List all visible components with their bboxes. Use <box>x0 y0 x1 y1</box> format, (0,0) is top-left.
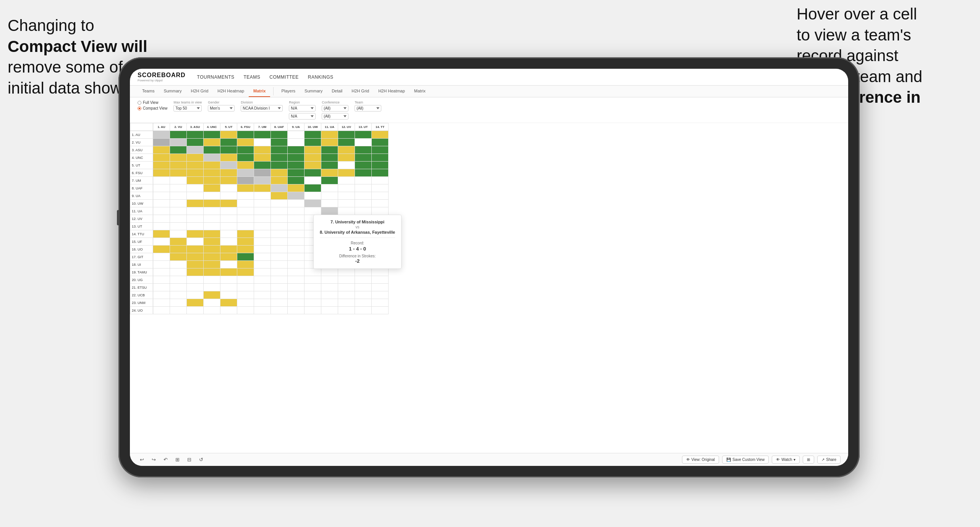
matrix-cell[interactable] <box>187 291 204 299</box>
matrix-cell[interactable] <box>204 192 220 200</box>
matrix-cell[interactable] <box>321 307 338 314</box>
rotate-btn[interactable]: ↶ <box>161 456 170 464</box>
matrix-cell[interactable] <box>288 291 305 299</box>
matrix-cell[interactable] <box>170 162 187 169</box>
matrix-cell[interactable] <box>271 253 288 261</box>
matrix-cell[interactable] <box>170 146 187 154</box>
matrix-cell[interactable] <box>187 131 204 139</box>
matrix-cell[interactable] <box>305 192 321 200</box>
matrix-cell[interactable] <box>237 192 254 200</box>
matrix-cell[interactable] <box>338 291 355 299</box>
matrix-cell[interactable] <box>204 177 220 184</box>
matrix-cell[interactable] <box>355 131 372 139</box>
watch-btn[interactable]: 👁 Watch ▾ <box>772 456 800 464</box>
matrix-cell[interactable] <box>254 184 271 192</box>
matrix-cell[interactable] <box>321 139 338 146</box>
matrix-cell[interactable] <box>271 192 288 200</box>
matrix-cell[interactable] <box>254 139 271 146</box>
matrix-cell[interactable] <box>220 162 237 169</box>
matrix-cell[interactable] <box>204 223 220 230</box>
matrix-cell[interactable] <box>271 184 288 192</box>
matrix-cell[interactable] <box>204 284 220 291</box>
matrix-cell[interactable] <box>187 169 204 177</box>
matrix-scroll[interactable]: 1. AU2. VU3. ASU4. UNC5. UT6. FSU7. UM8.… <box>130 123 848 453</box>
matrix-cell[interactable] <box>237 253 254 261</box>
matrix-cell[interactable] <box>254 238 271 246</box>
matrix-cell[interactable] <box>187 299 204 307</box>
matrix-cell[interactable] <box>271 276 288 284</box>
matrix-cell[interactable] <box>372 177 389 184</box>
matrix-cell[interactable] <box>187 253 204 261</box>
matrix-cell[interactable] <box>321 207 338 215</box>
matrix-cell[interactable] <box>305 154 321 162</box>
matrix-cell[interactable] <box>305 139 321 146</box>
matrix-cell[interactable] <box>187 261 204 268</box>
matrix-cell[interactable] <box>220 207 237 215</box>
matrix-cell[interactable] <box>321 154 338 162</box>
matrix-cell[interactable] <box>254 215 271 223</box>
matrix-cell[interactable] <box>220 268 237 276</box>
matrix-cell[interactable] <box>204 215 220 223</box>
compact-view-radio[interactable]: Compact View <box>138 106 167 110</box>
matrix-cell[interactable] <box>204 230 220 238</box>
matrix-cell[interactable] <box>305 162 321 169</box>
matrix-cell[interactable] <box>220 169 237 177</box>
matrix-cell[interactable] <box>187 146 204 154</box>
matrix-cell[interactable] <box>187 276 204 284</box>
matrix-cell[interactable] <box>288 246 305 253</box>
matrix-cell[interactable] <box>187 139 204 146</box>
matrix-cell[interactable] <box>187 230 204 238</box>
matrix-cell[interactable] <box>204 207 220 215</box>
matrix-cell[interactable] <box>220 184 237 192</box>
matrix-cell[interactable] <box>237 139 254 146</box>
matrix-cell[interactable] <box>338 268 355 276</box>
matrix-cell[interactable] <box>355 284 372 291</box>
matrix-cell[interactable] <box>187 154 204 162</box>
full-view-radio[interactable]: Full View <box>138 100 167 105</box>
matrix-cell[interactable] <box>338 192 355 200</box>
matrix-cell[interactable] <box>204 299 220 307</box>
matrix-cell[interactable] <box>220 284 237 291</box>
matrix-cell[interactable] <box>237 246 254 253</box>
matrix-cell[interactable] <box>170 261 187 268</box>
matrix-cell[interactable] <box>372 162 389 169</box>
matrix-cell[interactable] <box>321 146 338 154</box>
matrix-cell[interactable] <box>237 268 254 276</box>
matrix-cell[interactable] <box>372 307 389 314</box>
matrix-cell[interactable] <box>305 146 321 154</box>
matrix-cell[interactable] <box>220 177 237 184</box>
matrix-cell[interactable] <box>153 146 170 154</box>
matrix-cell[interactable] <box>254 261 271 268</box>
grid-btn[interactable]: ⊞ <box>173 456 182 464</box>
matrix-cell[interactable] <box>271 307 288 314</box>
matrix-cell[interactable] <box>170 253 187 261</box>
matrix-cell[interactable] <box>288 184 305 192</box>
matrix-cell[interactable] <box>153 276 170 284</box>
matrix-cell[interactable] <box>187 246 204 253</box>
matrix-cell[interactable] <box>237 154 254 162</box>
matrix-cell[interactable] <box>237 215 254 223</box>
matrix-cell[interactable] <box>254 154 271 162</box>
matrix-cell[interactable] <box>220 131 237 139</box>
matrix-cell[interactable] <box>372 192 389 200</box>
matrix-cell[interactable] <box>288 268 305 276</box>
matrix-cell[interactable] <box>372 284 389 291</box>
matrix-cell[interactable] <box>271 268 288 276</box>
matrix-cell[interactable] <box>170 154 187 162</box>
matrix-cell[interactable] <box>187 184 204 192</box>
matrix-cell[interactable] <box>187 215 204 223</box>
matrix-cell[interactable] <box>271 131 288 139</box>
matrix-cell[interactable] <box>153 162 170 169</box>
matrix-cell[interactable] <box>254 291 271 299</box>
matrix-cell[interactable] <box>254 177 271 184</box>
matrix-cell[interactable] <box>271 162 288 169</box>
matrix-cell[interactable] <box>204 253 220 261</box>
matrix-cell[interactable] <box>204 276 220 284</box>
matrix-cell[interactable] <box>153 200 170 207</box>
matrix-cell[interactable] <box>254 284 271 291</box>
matrix-cell[interactable] <box>305 207 321 215</box>
matrix-cell[interactable] <box>204 146 220 154</box>
matrix-cell[interactable] <box>220 192 237 200</box>
matrix-cell[interactable] <box>220 246 237 253</box>
view-original-btn[interactable]: 👁 View: Original <box>682 456 719 464</box>
